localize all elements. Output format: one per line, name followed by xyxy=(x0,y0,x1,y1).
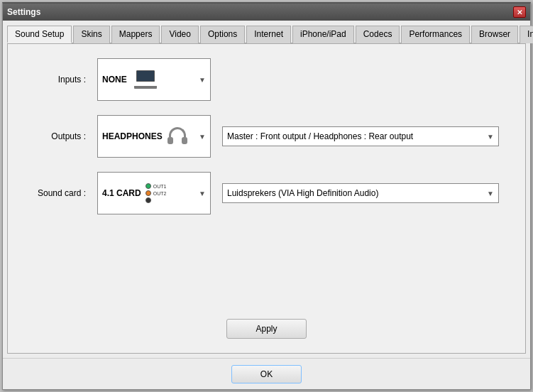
outputs-dropdown-arrow: ▼ xyxy=(199,133,206,141)
content-panel: Inputs : NONE ▼ Outputs : xyxy=(7,44,526,354)
tab-sound-setup[interactable]: Sound Setup xyxy=(7,26,72,43)
tab-options[interactable]: Options xyxy=(200,26,245,43)
outputs-value: HEADPHONES xyxy=(102,131,163,141)
sc-port-out2: OUT2 xyxy=(153,191,167,196)
window-title: Settings xyxy=(7,7,40,17)
outputs-label: Outputs : xyxy=(29,131,86,141)
laptop-icon xyxy=(134,70,157,89)
titlebar: Settings ✕ xyxy=(3,4,530,21)
inputs-dropdown-arrow: ▼ xyxy=(199,76,206,84)
ok-button[interactable]: OK xyxy=(231,365,302,383)
settings-window: Settings ✕ Sound Setup Skins Mappers Vid… xyxy=(2,2,531,390)
tab-mappers[interactable]: Mappers xyxy=(111,26,160,43)
hp-band xyxy=(169,127,186,137)
tab-internet[interactable]: Internet xyxy=(246,26,291,43)
tab-iphone-ipad[interactable]: iPhone/iPad xyxy=(292,26,354,43)
outputs-type-dropdown[interactable]: HEADPHONES ▼ xyxy=(97,115,211,158)
inputs-label: Inputs : xyxy=(29,75,86,85)
soundcard-dropdown-arrow: ▼ xyxy=(199,190,206,197)
hp-ear-left xyxy=(167,137,173,144)
soundcard-value: 4.1 CARD xyxy=(102,188,141,198)
tab-skins[interactable]: Skins xyxy=(73,26,109,43)
hp-ear-right xyxy=(182,137,187,144)
inputs-dropdown[interactable]: NONE ▼ xyxy=(97,58,211,101)
soundcard-label: Sound card : xyxy=(29,188,86,198)
soundcard-device-value: Luidsprekers (VIA High Definition Audio) xyxy=(227,188,378,198)
apply-button[interactable]: Apply xyxy=(226,319,306,339)
inputs-row: Inputs : NONE ▼ xyxy=(29,58,504,101)
outputs-icon xyxy=(167,126,188,147)
bottom-bar: OK xyxy=(3,358,530,389)
sc-port-row-1: OUT1 xyxy=(145,183,167,189)
sc-port-out1: OUT1 xyxy=(153,184,167,189)
sc-port-row-2: OUT2 xyxy=(145,190,167,196)
inputs-value: NONE xyxy=(102,75,127,85)
soundcard-visual: OUT1 OUT2 xyxy=(145,183,167,203)
soundcard-device-arrow: ▼ xyxy=(487,190,494,197)
tab-info[interactable]: Info xyxy=(520,26,533,43)
headphones-icon xyxy=(167,126,188,147)
outputs-channel-dropdown[interactable]: Master : Front output / Headphones : Rea… xyxy=(222,126,499,146)
sc-port-green xyxy=(145,183,151,189)
soundcard-dropdown-content: 4.1 CARD OUT1 OUT2 xyxy=(102,183,199,203)
tab-bar: Sound Setup Skins Mappers Video Options … xyxy=(7,25,526,44)
tab-video[interactable]: Video xyxy=(161,26,198,43)
content-spacer xyxy=(29,229,504,298)
sc-port-orange xyxy=(145,190,151,196)
outputs-dropdown-content: HEADPHONES xyxy=(102,126,199,147)
soundcard-row: Sound card : 4.1 CARD OUT1 xyxy=(29,172,504,214)
laptop-base xyxy=(134,86,157,89)
outputs-row: Outputs : HEADPHONES ▼ xyxy=(29,115,504,158)
laptop-screen xyxy=(136,70,155,82)
apply-row: Apply xyxy=(29,319,504,339)
sc-port-black xyxy=(145,197,151,203)
tab-browser[interactable]: Browser xyxy=(471,26,518,43)
tab-codecs[interactable]: Codecs xyxy=(356,26,400,43)
window-body: Sound Setup Skins Mappers Video Options … xyxy=(3,21,530,358)
inputs-dropdown-content: NONE xyxy=(102,70,199,89)
sc-port-group: OUT1 OUT2 xyxy=(145,183,167,203)
titlebar-left: Settings xyxy=(7,7,40,17)
sc-port-row-3 xyxy=(145,197,151,203)
outputs-channel-value: Master : Front output / Headphones : Rea… xyxy=(227,131,413,141)
soundcard-type-dropdown[interactable]: 4.1 CARD OUT1 OUT2 xyxy=(97,172,211,214)
tab-performances[interactable]: Performances xyxy=(401,26,470,43)
close-button[interactable]: ✕ xyxy=(513,6,526,18)
outputs-channel-arrow: ▼ xyxy=(487,133,494,141)
soundcard-device-dropdown[interactable]: Luidsprekers (VIA High Definition Audio)… xyxy=(222,183,499,203)
